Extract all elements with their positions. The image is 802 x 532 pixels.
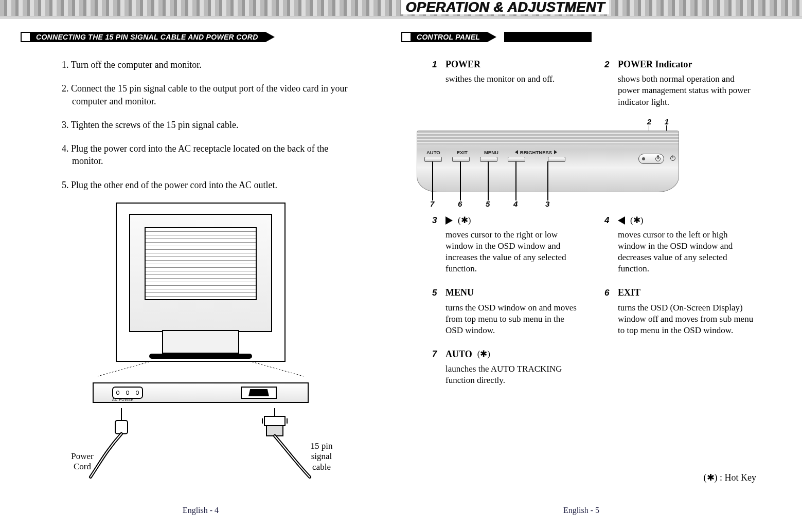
control-desc-auto: launches the AUTO TRACKING function dire… <box>445 363 584 386</box>
power-cord-plug-icon <box>85 405 163 484</box>
cables-diagram: PowerCord 15 pinsignalcable <box>57 405 345 487</box>
control-num-1: 1 <box>432 59 440 70</box>
control-num-3: 3 <box>432 215 440 226</box>
control-desc-right-arrow: moves cursor to the right or low window … <box>445 229 584 274</box>
callout-num-2: 2 <box>647 117 651 126</box>
control-item-left-arrow: 4 (✱) moves cursor to the left or high w… <box>604 215 756 274</box>
power-symbol-outside-icon <box>670 156 675 161</box>
brightness-left-arrow-icon <box>515 150 518 154</box>
vga-port <box>241 387 277 399</box>
panel-power-button <box>638 154 664 164</box>
control-num-5: 5 <box>432 287 440 299</box>
callout-num-7: 7 <box>430 199 434 208</box>
zoom-dashed-lines <box>93 362 309 377</box>
monitor-stand <box>162 330 239 354</box>
page-number-left: English - 4 <box>183 506 219 515</box>
control-desc-power-indicator: shows both normal operation and power ma… <box>618 74 756 107</box>
callout-num-3: 3 <box>545 199 549 208</box>
panel-key-menu <box>480 157 497 162</box>
control-desc-menu: turns the OSD window on and moves from t… <box>445 302 584 336</box>
step-1: 1. Turn off the computer and monitor. <box>62 59 360 71</box>
power-symbol-icon <box>655 156 661 161</box>
control-title-auto: AUTO <box>445 348 472 360</box>
panel-label-auto: AUTO <box>426 150 440 155</box>
panel-key-right <box>548 157 565 162</box>
monitor-shell <box>129 214 272 332</box>
control-item-power-indicator: 2 POWER Indicator shows both normal oper… <box>604 59 756 108</box>
panel-key-auto <box>424 157 442 162</box>
control-item-power: 1 POWER swithes the monitor on and off. <box>432 59 584 108</box>
section-heading-text: CONTROL PANEL <box>401 32 487 42</box>
control-panel-figure: 2 1 AUTO EXIT MENU BRIGHTNESS <box>417 120 679 208</box>
power-cord-label: PowerCord <box>57 451 108 472</box>
svg-line-1 <box>252 362 304 376</box>
panel-keys <box>424 157 565 162</box>
control-title-power: POWER <box>445 59 480 70</box>
control-item-menu: 5 MENU turns the OSD window on and moves… <box>432 287 584 336</box>
control-desc-left-arrow: moves cursor to the left or high window … <box>618 229 756 274</box>
monitor-rear-diagram <box>116 203 286 362</box>
panel-key-exit <box>452 157 470 162</box>
control-num-7: 7 <box>432 348 440 360</box>
page-right: CONTROL PANEL 1 POWER swithes the monito… <box>401 26 761 519</box>
panel-key-left <box>508 157 525 162</box>
ac-power-label: AC POWER <box>112 398 134 401</box>
section-heading-text: CONNECTING THE 15 PIN SIGNAL CABLE AND P… <box>21 32 265 42</box>
hotkey-mark-3: (✱) <box>458 215 471 226</box>
svg-rect-3 <box>264 416 285 426</box>
svg-rect-2 <box>115 420 128 434</box>
power-led-icon <box>642 157 645 160</box>
section-heading-control-panel: CONTROL PANEL <box>401 31 761 43</box>
step-5: 5. Plug the other end of the power cord … <box>62 179 360 191</box>
callout-num-4: 4 <box>513 199 518 208</box>
step-2: 2. Connect the 15 pin signal cable to th… <box>62 82 360 107</box>
section-heading-connecting: CONNECTING THE 15 PIN SIGNAL CABLE AND P… <box>21 31 381 43</box>
svg-line-0 <box>98 362 149 376</box>
control-item-exit: 6 EXIT turns the OSD (On-Screen Display)… <box>604 287 756 336</box>
ac-power-port <box>112 387 143 399</box>
control-title-menu: MENU <box>445 287 474 299</box>
control-num-2: 2 <box>604 59 613 70</box>
control-desc-exit: turns the OSD (On-Screen Display) window… <box>618 302 756 336</box>
hotkey-mark-7: (✱) <box>477 348 490 360</box>
page-left: CONNECTING THE 15 PIN SIGNAL CABLE AND P… <box>21 26 381 519</box>
control-title-power-indicator: POWER Indicator <box>618 59 692 70</box>
control-desc-power: swithes the monitor on and off. <box>445 74 584 85</box>
chapter-title: OPERATION & ADJUSTMENT <box>401 0 609 14</box>
callout-num-5: 5 <box>486 199 490 208</box>
panel-label-brightness: BRIGHTNESS <box>520 150 552 155</box>
panel-button-labels: AUTO EXIT MENU BRIGHTNESS <box>426 150 557 155</box>
control-item-right-arrow: 3 (✱) moves cursor to the right or low w… <box>432 215 584 274</box>
panel-label-exit: EXIT <box>457 150 468 155</box>
signal-cable-label: 15 pinsignalcable <box>298 441 345 472</box>
right-arrow-icon <box>445 216 453 225</box>
monitor-base <box>149 354 252 359</box>
control-num-4: 4 <box>604 215 613 226</box>
callout-num-1: 1 <box>665 117 669 126</box>
step-4: 4. Plug the power cord into the AC recep… <box>62 142 360 168</box>
page-number-right: English - 5 <box>563 506 599 515</box>
control-title-exit: EXIT <box>618 287 640 299</box>
hotkey-mark-4: (✱) <box>630 215 643 226</box>
left-arrow-icon <box>618 216 625 225</box>
brightness-right-arrow-icon <box>554 150 557 154</box>
control-num-6: 6 <box>604 287 613 299</box>
monitor-vent-panel <box>145 227 257 300</box>
instruction-steps: 1. Turn off the computer and monitor. 2.… <box>62 59 360 191</box>
panel-label-menu: MENU <box>484 150 498 155</box>
callout-num-6: 6 <box>458 199 462 208</box>
step-3: 3. Tighten the screws of the 15 pin sign… <box>62 119 360 131</box>
hotkey-legend: (✱) : Hot Key <box>704 472 756 483</box>
port-bar-diagram: AC POWER <box>93 382 309 403</box>
control-item-auto: 7 AUTO (✱) launches the AUTO TRACKING fu… <box>432 348 584 387</box>
